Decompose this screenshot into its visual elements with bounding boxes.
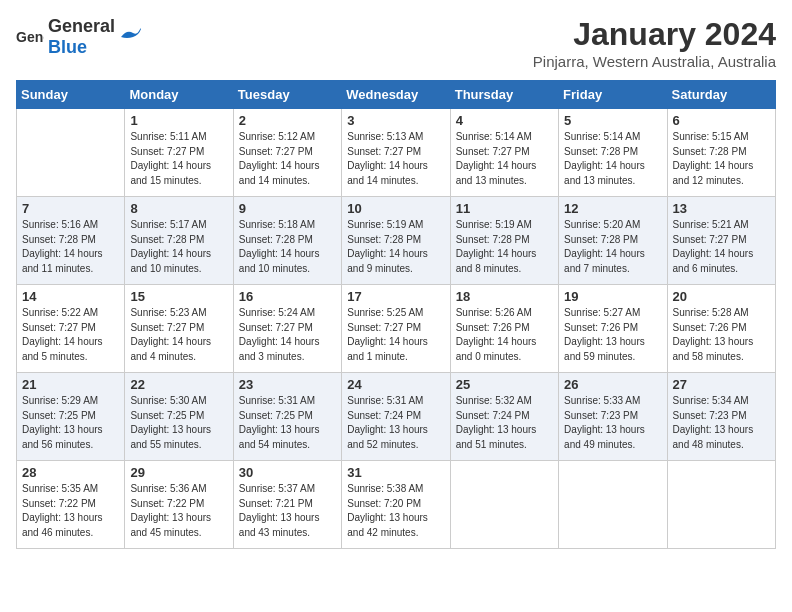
day-number: 29 (130, 465, 227, 480)
calendar-cell: 21Sunrise: 5:29 AM Sunset: 7:25 PM Dayli… (17, 373, 125, 461)
header: General General Blue January 2024 Pinjar… (16, 16, 776, 70)
calendar-cell: 22Sunrise: 5:30 AM Sunset: 7:25 PM Dayli… (125, 373, 233, 461)
week-row-4: 21Sunrise: 5:29 AM Sunset: 7:25 PM Dayli… (17, 373, 776, 461)
day-number: 18 (456, 289, 553, 304)
header-day-sunday: Sunday (17, 81, 125, 109)
day-info: Sunrise: 5:14 AM Sunset: 7:27 PM Dayligh… (456, 130, 553, 188)
day-number: 13 (673, 201, 770, 216)
day-number: 4 (456, 113, 553, 128)
calendar-cell: 12Sunrise: 5:20 AM Sunset: 7:28 PM Dayli… (559, 197, 667, 285)
day-number: 23 (239, 377, 336, 392)
day-number: 16 (239, 289, 336, 304)
day-number: 3 (347, 113, 444, 128)
calendar-cell: 9Sunrise: 5:18 AM Sunset: 7:28 PM Daylig… (233, 197, 341, 285)
day-info: Sunrise: 5:19 AM Sunset: 7:28 PM Dayligh… (347, 218, 444, 276)
day-number: 9 (239, 201, 336, 216)
header-day-saturday: Saturday (667, 81, 775, 109)
day-info: Sunrise: 5:25 AM Sunset: 7:27 PM Dayligh… (347, 306, 444, 364)
day-info: Sunrise: 5:36 AM Sunset: 7:22 PM Dayligh… (130, 482, 227, 540)
day-info: Sunrise: 5:28 AM Sunset: 7:26 PM Dayligh… (673, 306, 770, 364)
calendar-cell: 8Sunrise: 5:17 AM Sunset: 7:28 PM Daylig… (125, 197, 233, 285)
day-info: Sunrise: 5:11 AM Sunset: 7:27 PM Dayligh… (130, 130, 227, 188)
day-number: 14 (22, 289, 119, 304)
calendar-cell (667, 461, 775, 549)
day-number: 19 (564, 289, 661, 304)
calendar-cell: 3Sunrise: 5:13 AM Sunset: 7:27 PM Daylig… (342, 109, 450, 197)
day-number: 12 (564, 201, 661, 216)
header-day-tuesday: Tuesday (233, 81, 341, 109)
title-section: January 2024 Pinjarra, Western Australia… (533, 16, 776, 70)
calendar-cell: 31Sunrise: 5:38 AM Sunset: 7:20 PM Dayli… (342, 461, 450, 549)
day-info: Sunrise: 5:31 AM Sunset: 7:25 PM Dayligh… (239, 394, 336, 452)
calendar-cell: 23Sunrise: 5:31 AM Sunset: 7:25 PM Dayli… (233, 373, 341, 461)
day-info: Sunrise: 5:24 AM Sunset: 7:27 PM Dayligh… (239, 306, 336, 364)
logo-general-text: General (48, 16, 115, 36)
day-info: Sunrise: 5:14 AM Sunset: 7:28 PM Dayligh… (564, 130, 661, 188)
calendar-cell: 25Sunrise: 5:32 AM Sunset: 7:24 PM Dayli… (450, 373, 558, 461)
day-number: 30 (239, 465, 336, 480)
location-title: Pinjarra, Western Australia, Australia (533, 53, 776, 70)
week-row-1: 1Sunrise: 5:11 AM Sunset: 7:27 PM Daylig… (17, 109, 776, 197)
day-number: 5 (564, 113, 661, 128)
calendar-cell: 19Sunrise: 5:27 AM Sunset: 7:26 PM Dayli… (559, 285, 667, 373)
day-info: Sunrise: 5:18 AM Sunset: 7:28 PM Dayligh… (239, 218, 336, 276)
header-day-friday: Friday (559, 81, 667, 109)
day-number: 11 (456, 201, 553, 216)
day-info: Sunrise: 5:20 AM Sunset: 7:28 PM Dayligh… (564, 218, 661, 276)
calendar-cell: 11Sunrise: 5:19 AM Sunset: 7:28 PM Dayli… (450, 197, 558, 285)
header-day-wednesday: Wednesday (342, 81, 450, 109)
calendar-cell: 1Sunrise: 5:11 AM Sunset: 7:27 PM Daylig… (125, 109, 233, 197)
calendar-cell: 13Sunrise: 5:21 AM Sunset: 7:27 PM Dayli… (667, 197, 775, 285)
day-info: Sunrise: 5:32 AM Sunset: 7:24 PM Dayligh… (456, 394, 553, 452)
logo: General General Blue (16, 16, 141, 58)
logo-icon: General (16, 26, 44, 48)
calendar-cell: 20Sunrise: 5:28 AM Sunset: 7:26 PM Dayli… (667, 285, 775, 373)
day-info: Sunrise: 5:30 AM Sunset: 7:25 PM Dayligh… (130, 394, 227, 452)
day-info: Sunrise: 5:37 AM Sunset: 7:21 PM Dayligh… (239, 482, 336, 540)
header-row: SundayMondayTuesdayWednesdayThursdayFrid… (17, 81, 776, 109)
day-number: 15 (130, 289, 227, 304)
day-info: Sunrise: 5:27 AM Sunset: 7:26 PM Dayligh… (564, 306, 661, 364)
calendar-cell: 2Sunrise: 5:12 AM Sunset: 7:27 PM Daylig… (233, 109, 341, 197)
day-info: Sunrise: 5:19 AM Sunset: 7:28 PM Dayligh… (456, 218, 553, 276)
day-info: Sunrise: 5:21 AM Sunset: 7:27 PM Dayligh… (673, 218, 770, 276)
day-number: 25 (456, 377, 553, 392)
day-number: 20 (673, 289, 770, 304)
logo-bird-icon (119, 27, 141, 47)
day-info: Sunrise: 5:26 AM Sunset: 7:26 PM Dayligh… (456, 306, 553, 364)
day-info: Sunrise: 5:35 AM Sunset: 7:22 PM Dayligh… (22, 482, 119, 540)
calendar-cell (17, 109, 125, 197)
calendar-cell (559, 461, 667, 549)
calendar-cell: 16Sunrise: 5:24 AM Sunset: 7:27 PM Dayli… (233, 285, 341, 373)
day-info: Sunrise: 5:13 AM Sunset: 7:27 PM Dayligh… (347, 130, 444, 188)
calendar-table: SundayMondayTuesdayWednesdayThursdayFrid… (16, 80, 776, 549)
calendar-cell: 10Sunrise: 5:19 AM Sunset: 7:28 PM Dayli… (342, 197, 450, 285)
day-number: 6 (673, 113, 770, 128)
calendar-cell: 28Sunrise: 5:35 AM Sunset: 7:22 PM Dayli… (17, 461, 125, 549)
svg-text:General: General (16, 29, 44, 45)
day-number: 1 (130, 113, 227, 128)
day-number: 21 (22, 377, 119, 392)
day-number: 7 (22, 201, 119, 216)
day-info: Sunrise: 5:22 AM Sunset: 7:27 PM Dayligh… (22, 306, 119, 364)
calendar-cell (450, 461, 558, 549)
day-number: 8 (130, 201, 227, 216)
day-number: 17 (347, 289, 444, 304)
calendar-cell: 15Sunrise: 5:23 AM Sunset: 7:27 PM Dayli… (125, 285, 233, 373)
calendar-cell: 7Sunrise: 5:16 AM Sunset: 7:28 PM Daylig… (17, 197, 125, 285)
day-info: Sunrise: 5:29 AM Sunset: 7:25 PM Dayligh… (22, 394, 119, 452)
calendar-cell: 4Sunrise: 5:14 AM Sunset: 7:27 PM Daylig… (450, 109, 558, 197)
day-info: Sunrise: 5:12 AM Sunset: 7:27 PM Dayligh… (239, 130, 336, 188)
calendar-cell: 29Sunrise: 5:36 AM Sunset: 7:22 PM Dayli… (125, 461, 233, 549)
header-day-thursday: Thursday (450, 81, 558, 109)
calendar-cell: 24Sunrise: 5:31 AM Sunset: 7:24 PM Dayli… (342, 373, 450, 461)
day-info: Sunrise: 5:23 AM Sunset: 7:27 PM Dayligh… (130, 306, 227, 364)
day-info: Sunrise: 5:34 AM Sunset: 7:23 PM Dayligh… (673, 394, 770, 452)
week-row-5: 28Sunrise: 5:35 AM Sunset: 7:22 PM Dayli… (17, 461, 776, 549)
day-number: 27 (673, 377, 770, 392)
day-info: Sunrise: 5:17 AM Sunset: 7:28 PM Dayligh… (130, 218, 227, 276)
header-day-monday: Monday (125, 81, 233, 109)
calendar-cell: 30Sunrise: 5:37 AM Sunset: 7:21 PM Dayli… (233, 461, 341, 549)
month-title: January 2024 (533, 16, 776, 53)
day-number: 26 (564, 377, 661, 392)
